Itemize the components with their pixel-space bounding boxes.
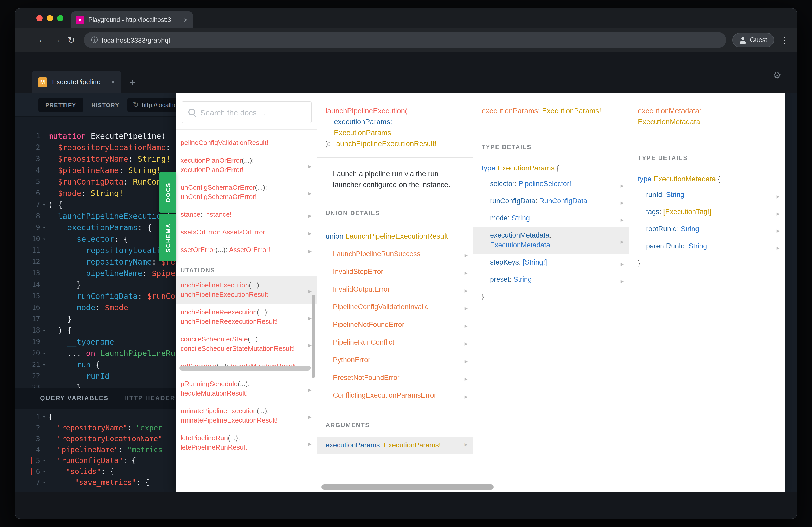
type-field-item[interactable]: mode: String▶ <box>473 209 629 227</box>
browser-tab[interactable]: ✶ Playground - http://localhost:3 × <box>71 12 193 28</box>
code-line[interactable]: 13 pipelineName: $pipelineName <box>15 268 176 279</box>
fold-caret-icon[interactable]: ▾ <box>40 199 48 210</box>
zoom-window-button[interactable] <box>57 15 63 21</box>
type-field-item[interactable]: selector: PipelineSelector!▶ <box>473 175 629 192</box>
doc-list-item[interactable]: xecutionPlanOrError(...): xecutionPlanOr… <box>176 152 317 179</box>
code-line[interactable]: 5 $runConfigData: RunConfigData <box>15 176 176 187</box>
code-line[interactable]: 12 repositoryName: $repositoryName <box>15 256 176 268</box>
fold-caret-icon[interactable]: ▾ <box>40 234 48 245</box>
code-line[interactable]: 4 $pipelineName: String! <box>15 165 176 176</box>
session-tab[interactable]: M ExecutePipeline × <box>32 71 121 93</box>
code-line[interactable]: 6 $mode: String! <box>15 187 176 199</box>
tab-docs[interactable]: DOCS <box>159 172 176 213</box>
code-line[interactable]: 2 "repositoryName": "exper <box>15 423 176 434</box>
union-member-item[interactable]: PresetNotFoundError▶ <box>317 369 473 387</box>
code-line[interactable]: 22 runId <box>15 371 176 382</box>
history-button[interactable]: HISTORY <box>91 102 119 108</box>
tab-close-icon[interactable]: × <box>184 16 188 24</box>
doc-list-item[interactable]: letePipelineRun(...): letePipelineRunRes… <box>176 429 317 456</box>
code-line[interactable]: 3 $repositoryName: String! <box>15 153 176 165</box>
close-window-button[interactable] <box>37 15 43 21</box>
fold-caret-icon[interactable]: ▾ <box>40 325 48 336</box>
new-tab-button[interactable]: + <box>201 14 207 25</box>
session-tab-close-icon[interactable]: × <box>111 78 115 86</box>
argument-item[interactable]: executionParams: ExecutionParams!▶ <box>317 437 473 454</box>
minimize-window-button[interactable] <box>47 15 53 21</box>
search-input[interactable] <box>200 108 305 117</box>
doc-list-item[interactable]: ssetsOrError: AssetsOrError!▶ <box>176 224 317 241</box>
doc-list-item[interactable]: pelineConfigValidationResult! <box>176 134 317 152</box>
reload-icon[interactable]: ↻ <box>64 34 78 45</box>
col1-horizontal-scrollbar[interactable] <box>179 366 310 371</box>
doc-list-item[interactable]: unConfigSchemaOrError(...): unConfigSche… <box>176 179 317 206</box>
docs-horizontal-scrollbar[interactable] <box>321 484 494 490</box>
fold-caret-icon[interactable]: ▾ <box>40 412 48 423</box>
doc-list-item[interactable]: unchPipelineReexecution(...): unchPipeli… <box>176 303 317 331</box>
union-member-item[interactable]: PipelineConfigValidationInvalid▶ <box>317 298 473 316</box>
code-line[interactable]: 21▾ run { <box>15 359 176 371</box>
fold-caret-icon[interactable]: ▾ <box>40 348 48 359</box>
back-icon[interactable]: ← <box>35 35 49 45</box>
type-field-item[interactable]: parentRunId: String▶ <box>629 238 785 255</box>
type-field-item[interactable]: runConfigData: RunConfigData▶ <box>473 192 629 209</box>
address-bar[interactable]: ⓘ localhost:3333/graphql <box>84 32 726 48</box>
code-line[interactable]: 17 } <box>15 313 176 325</box>
new-session-button[interactable]: + <box>130 77 135 88</box>
type-field-item[interactable]: runId: String▶ <box>629 186 785 203</box>
doc-list-item[interactable]: ssetOrError(...): AssetOrError!▶ <box>176 241 317 259</box>
type-field-item[interactable]: rootRunId: String▶ <box>629 220 785 238</box>
type-field-item[interactable]: preset: String▶ <box>473 271 629 288</box>
type-field-item[interactable]: stepKeys: [String!]▶ <box>473 254 629 271</box>
union-member-item[interactable]: InvalidOutputError▶ <box>317 281 473 298</box>
doc-list-item[interactable]: pRunningSchedule(...): heduleMutationRes… <box>176 375 317 402</box>
code-line[interactable]: 14 } <box>15 279 176 290</box>
union-member-item[interactable]: ConflictingExecutionParamsError▶ <box>317 387 473 404</box>
doc-list-item[interactable]: rminatePipelineExecution(...): rminatePi… <box>176 402 317 429</box>
code-line[interactable]: 1▾{ <box>15 412 176 423</box>
fold-caret-icon[interactable]: ▾ <box>40 455 48 466</box>
code-line[interactable]: 11 repositoryLocationName: $repositoryLo… <box>15 245 176 256</box>
union-member-item[interactable]: InvalidStepError▶ <box>317 263 473 281</box>
code-line[interactable]: 16 mode: $mode <box>15 302 176 313</box>
settings-gear-icon[interactable]: ⚙ <box>773 70 781 81</box>
code-line[interactable]: 7▾) { <box>15 199 176 210</box>
prettify-button[interactable]: PRETTIFY <box>39 97 83 112</box>
union-member-item[interactable]: PipelineRunConflict▶ <box>317 334 473 351</box>
col1-vertical-scrollbar[interactable] <box>311 295 315 378</box>
fold-caret-icon[interactable]: ▾ <box>40 359 48 371</box>
code-line[interactable]: 7▾ "save_metrics": { <box>15 477 176 488</box>
search-box[interactable] <box>182 101 311 123</box>
profile-button[interactable]: Guest <box>732 33 774 47</box>
code-line[interactable]: 1mutation ExecutePipeline( <box>15 131 176 142</box>
doc-list-item[interactable]: unchPipelineExecution(...): unchPipeline… <box>176 276 317 303</box>
code-line[interactable]: 6▾ "solids": { <box>15 466 176 477</box>
tab-query-variables[interactable]: QUERY VARIABLES <box>40 394 109 402</box>
code-line[interactable]: 10▾ selector: { <box>15 234 176 245</box>
code-line[interactable]: 2 $repositoryLocationName: String! <box>15 142 176 153</box>
type-field-item[interactable]: tags: [ExecutionTag!]▶ <box>629 203 785 220</box>
code-line[interactable]: 9▾ executionParams: { <box>15 222 176 234</box>
doc-list-item[interactable]: concileSchedulerState(...): concileSched… <box>176 331 317 358</box>
tab-http-headers[interactable]: HTTP HEADERS <box>124 394 176 402</box>
endpoint-reload-icon[interactable]: ↻ <box>133 101 139 109</box>
browser-menu-icon[interactable]: ⋮ <box>779 35 789 45</box>
fold-caret-icon[interactable]: ▾ <box>40 222 48 234</box>
code-line[interactable]: 4 "pipelineName": "metrics <box>15 445 176 455</box>
tab-schema[interactable]: SCHEMA <box>159 214 176 261</box>
type-field-item[interactable]: executionMetadata: ExecutionMetadata▶ <box>473 227 629 254</box>
forward-icon[interactable]: → <box>49 35 64 45</box>
code-line[interactable]: 19 __typename <box>15 336 176 348</box>
union-member-item[interactable]: PythonError▶ <box>317 351 473 369</box>
code-line[interactable]: 3 "repositoryLocationName" <box>15 434 176 445</box>
query-variables-editor[interactable]: 1▾{2 "repositoryName": "exper3 "reposito… <box>15 408 176 492</box>
fold-caret-icon[interactable]: ▾ <box>40 466 48 477</box>
code-line[interactable]: 5▾ "runConfigData": { <box>15 455 176 466</box>
query-editor[interactable]: 1mutation ExecutePipeline(2 $repositoryL… <box>15 117 176 388</box>
code-line[interactable]: 15 runConfigData: $runConfigData <box>15 290 176 302</box>
code-line[interactable]: 23 } <box>15 382 176 388</box>
code-line[interactable]: 20▾ ... on LaunchPipelineRunSuccess { <box>15 348 176 359</box>
code-line[interactable]: 8 launchPipelineExecution( <box>15 210 176 222</box>
code-line[interactable]: 18▾ ) { <box>15 325 176 336</box>
site-info-icon[interactable]: ⓘ <box>91 35 98 45</box>
union-member-item[interactable]: PipelineNotFoundError▶ <box>317 316 473 334</box>
